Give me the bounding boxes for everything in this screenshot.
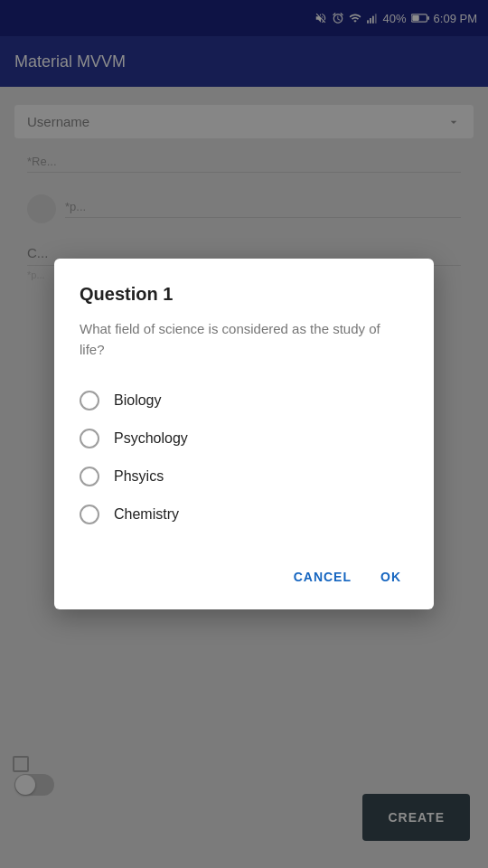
radio-label-psychology: Psychology bbox=[114, 430, 188, 447]
radio-circle-phsyics bbox=[80, 467, 99, 486]
radio-label-biology: Biology bbox=[114, 392, 161, 409]
ok-button[interactable]: OK bbox=[373, 562, 408, 591]
radio-option-phsyics[interactable]: Phsyics bbox=[80, 458, 408, 495]
dialog: Question 1 What field of science is cons… bbox=[54, 259, 434, 609]
dialog-title: Question 1 bbox=[80, 284, 408, 305]
cancel-button[interactable]: CANCEL bbox=[286, 562, 359, 591]
dialog-question: What field of science is considered as t… bbox=[80, 319, 408, 360]
radio-label-phsyics: Phsyics bbox=[114, 468, 164, 485]
radio-circle-psychology bbox=[80, 429, 99, 448]
radio-option-biology[interactable]: Biology bbox=[80, 382, 408, 420]
radio-option-psychology[interactable]: Psychology bbox=[80, 420, 408, 458]
radio-options: Biology Psychology Phsyics Chemistry bbox=[80, 382, 408, 533]
radio-circle-chemistry bbox=[80, 505, 99, 524]
radio-circle-biology bbox=[80, 391, 99, 410]
dialog-actions: CANCEL OK bbox=[80, 555, 408, 591]
dialog-overlay: Question 1 What field of science is cons… bbox=[0, 0, 488, 868]
radio-label-chemistry: Chemistry bbox=[114, 506, 179, 523]
radio-option-chemistry[interactable]: Chemistry bbox=[80, 495, 408, 533]
